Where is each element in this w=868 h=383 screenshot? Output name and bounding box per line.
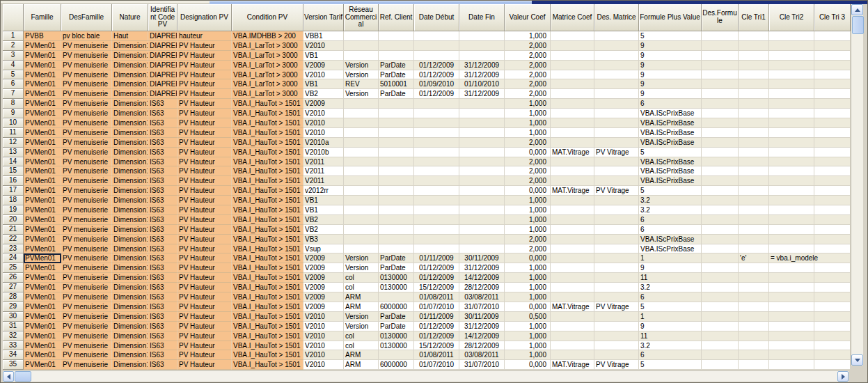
cell-famille[interactable]: PVMen01: [24, 118, 61, 128]
column-header-tri3[interactable]: Cle Tri 3: [814, 4, 851, 31]
cell-nature[interactable]: Dimension1: [112, 331, 148, 341]
cell-matrice[interactable]: [551, 215, 594, 225]
cell-designation[interactable]: PV Hauteur: [177, 166, 232, 176]
cell-reseau[interactable]: Version: [344, 61, 379, 70]
cell-condition[interactable]: VBA.I_HauTot > 1501: [232, 302, 303, 312]
row-header[interactable]: 34: [3, 350, 24, 360]
cell-tri1[interactable]: [739, 283, 769, 292]
cell-tri3[interactable]: [814, 138, 851, 148]
cell-nature[interactable]: Dimension1: [112, 148, 148, 157]
cell-condition[interactable]: VBA.I_HauTot > 1501: [232, 235, 303, 244]
scroll-right-button[interactable]: [837, 371, 849, 382]
cell-valeur[interactable]: 1,000: [505, 292, 551, 302]
cell-tri3[interactable]: [814, 350, 851, 360]
cell-desfamille[interactable]: PV menuiserie: [61, 235, 112, 244]
cell-formule[interactable]: 6: [639, 350, 702, 360]
cell-nature[interactable]: Dimension1: [112, 341, 148, 351]
row-header[interactable]: 16: [3, 176, 24, 186]
cell-desfamille[interactable]: PV menuiserie: [61, 302, 112, 312]
cell-desformule[interactable]: [702, 312, 739, 322]
cell-designation[interactable]: PV Hauteur: [177, 51, 232, 61]
cell-version[interactable]: VB1: [303, 196, 344, 205]
cell-condition[interactable]: VBA.I_HauTot > 1501: [232, 341, 303, 351]
cell-nature[interactable]: Dimension1: [112, 176, 148, 186]
cell-debut[interactable]: [414, 128, 459, 138]
cell-version[interactable]: V2010: [303, 312, 344, 322]
cell-nature[interactable]: Dimension1: [112, 312, 148, 322]
column-header-version[interactable]: Version Tarif: [303, 4, 344, 31]
cell-refclient[interactable]: 0130000: [379, 273, 414, 283]
cell-refclient[interactable]: [379, 138, 414, 148]
cell-nature[interactable]: Dimension1: [112, 157, 148, 167]
cell-nature[interactable]: Dimension1: [112, 302, 148, 312]
cell-condition[interactable]: VBA.IMDHBB > 200: [232, 31, 303, 41]
cell-refclient[interactable]: [379, 41, 414, 51]
cell-tri3[interactable]: [814, 263, 851, 273]
cell-fin[interactable]: 28/12/2009: [459, 283, 505, 292]
cell-tri1[interactable]: [739, 176, 769, 186]
cell-fin[interactable]: 01/10/2010: [459, 79, 505, 89]
cell-formule[interactable]: 5: [639, 302, 702, 312]
cell-designation[interactable]: PV Hauteur: [177, 41, 232, 51]
cell-desfamille[interactable]: PV menuiserie: [61, 79, 112, 89]
cell-famille[interactable]: PVMen01: [24, 99, 61, 109]
cell-version[interactable]: Vsup: [303, 244, 344, 254]
cell-desformule[interactable]: [702, 253, 739, 263]
cell-valeur[interactable]: 1,000: [505, 263, 551, 273]
horizontal-scrollbar-thumb[interactable]: [15, 371, 31, 382]
cell-desfamille[interactable]: PV menuiserie: [61, 322, 112, 331]
cell-desformule[interactable]: [702, 138, 739, 148]
cell-tri3[interactable]: [814, 215, 851, 225]
cell-tri1[interactable]: [739, 312, 769, 322]
cell-famille[interactable]: PVMen01: [24, 138, 61, 148]
cell-reseau[interactable]: [344, 31, 379, 41]
row-header[interactable]: 28: [3, 292, 24, 302]
cell-debut[interactable]: [414, 118, 459, 128]
cell-valeur[interactable]: 1,000: [505, 225, 551, 235]
cell-matrice[interactable]: [551, 283, 594, 292]
cell-desformule[interactable]: [702, 89, 739, 99]
cell-condition[interactable]: VBA.I_HauTot > 1501: [232, 166, 303, 176]
cell-desmatrice[interactable]: [594, 128, 639, 138]
cell-tri3[interactable]: [814, 166, 851, 176]
cell-matrice[interactable]: [551, 70, 594, 80]
cell-designation[interactable]: PV Hauteur: [177, 186, 232, 196]
cell-refclient[interactable]: 6000000: [379, 360, 414, 370]
row-header[interactable]: 30: [3, 312, 24, 322]
cell-desformule[interactable]: [702, 302, 739, 312]
cell-nature[interactable]: Dimension1: [112, 166, 148, 176]
row-header[interactable]: 9: [3, 109, 24, 118]
cell-matrice[interactable]: [551, 253, 594, 263]
cell-tri3[interactable]: [814, 128, 851, 138]
cell-tri2[interactable]: [769, 157, 814, 167]
column-header-tri1[interactable]: Cle Tri1: [739, 4, 769, 31]
cell-tri1[interactable]: [739, 31, 769, 41]
cell-formule[interactable]: 9: [639, 61, 702, 70]
cell-fin[interactable]: [459, 138, 505, 148]
column-header-reseau[interactable]: Réseau Commercial: [344, 4, 379, 31]
cell-condition[interactable]: VBA.I_HauTot > 1501: [232, 148, 303, 157]
cell-refclient[interactable]: 0130000: [379, 331, 414, 341]
row-header[interactable]: 11: [3, 128, 24, 138]
cell-tri3[interactable]: [814, 109, 851, 118]
column-header-famille[interactable]: Famille: [24, 4, 61, 31]
cell-designation[interactable]: PV Hauteur: [177, 360, 232, 370]
cell-valeur[interactable]: 1,000: [505, 196, 551, 205]
row-header[interactable]: 10: [3, 118, 24, 128]
cell-refclient[interactable]: 0130000: [379, 341, 414, 351]
cell-fin[interactable]: 14/12/2009: [459, 331, 505, 341]
cell-code[interactable]: DIAPREF: [148, 70, 177, 80]
cell-tri1[interactable]: [739, 166, 769, 176]
cell-nature[interactable]: Dimension1: [112, 350, 148, 360]
cell-valeur[interactable]: 2,000: [505, 138, 551, 148]
cell-tri2[interactable]: [769, 225, 814, 235]
cell-tri3[interactable]: [814, 283, 851, 292]
cell-famille[interactable]: PVMen01: [24, 235, 61, 244]
cell-nature[interactable]: Dimension1: [112, 360, 148, 370]
cell-debut[interactable]: 01/08/2011: [414, 350, 459, 360]
cell-famille[interactable]: PVMen01: [24, 89, 61, 99]
cell-tri1[interactable]: [739, 292, 769, 302]
cell-desfamille[interactable]: PV menuiserie: [61, 186, 112, 196]
cell-valeur[interactable]: 2,000: [505, 41, 551, 51]
cell-tri1[interactable]: 'e': [739, 253, 769, 263]
